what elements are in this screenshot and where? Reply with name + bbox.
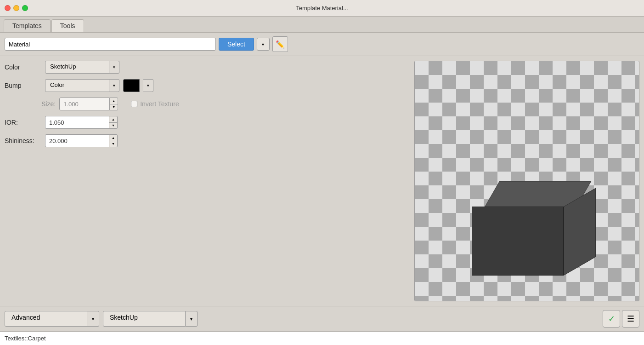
size-input[interactable] xyxy=(59,98,110,110)
list-button[interactable]: ☰ xyxy=(622,310,639,328)
ior-input[interactable] xyxy=(45,116,109,129)
shininess-input[interactable] xyxy=(45,134,109,147)
ior-input-group: ▲ ▼ xyxy=(45,116,118,129)
mode-select[interactable]: Advanced xyxy=(5,311,87,327)
invert-texture-checkbox[interactable] xyxy=(131,101,137,107)
toolbar: Select ▾ ✏️ xyxy=(0,33,644,56)
ior-stepper: ▲ ▼ xyxy=(109,116,118,129)
color-label: Color xyxy=(5,63,41,71)
color-row: Color SketchUp ▾ xyxy=(5,61,410,74)
bump-type-select[interactable]: Color xyxy=(45,79,109,92)
size-stepper: ▲ ▼ xyxy=(110,98,118,110)
bump-type-dropdown[interactable]: ▾ xyxy=(109,79,119,92)
chevron-down-icon: ▾ xyxy=(262,42,264,47)
ior-stepper-down[interactable]: ▼ xyxy=(109,123,117,129)
invert-texture-row: Invert Texture xyxy=(131,100,179,108)
bump-color-dropdown[interactable]: ▾ xyxy=(143,79,153,92)
chevron-down-icon: ▾ xyxy=(190,316,192,322)
window-title: Template Material... xyxy=(296,5,348,12)
chevron-down-icon: ▾ xyxy=(113,65,115,69)
left-panel: Color SketchUp ▾ Bump Color ▾ xyxy=(5,61,410,301)
minimize-button[interactable] xyxy=(13,5,19,11)
content-area: Color SketchUp ▾ Bump Color ▾ xyxy=(0,56,644,306)
status-text: Textiles::Carpet xyxy=(5,335,46,342)
shininess-stepper-down[interactable]: ▼ xyxy=(109,141,117,147)
eyedropper-button[interactable]: ✏️ xyxy=(272,36,288,52)
traffic-lights xyxy=(5,5,28,11)
checkmark-icon: ✓ xyxy=(608,314,615,324)
shininess-stepper-up[interactable]: ▲ xyxy=(109,135,117,141)
eyedropper-icon: ✏️ xyxy=(276,40,285,49)
shininess-row: Shininess: ▲ ▼ xyxy=(5,134,410,147)
color-select[interactable]: SketchUp xyxy=(45,61,109,74)
shininess-stepper: ▲ ▼ xyxy=(109,134,118,147)
preview-image xyxy=(414,61,639,301)
size-stepper-up[interactable]: ▲ xyxy=(110,98,118,104)
preview-panel xyxy=(414,61,639,301)
bump-label: Bump xyxy=(5,82,41,89)
mode-dropdown-button[interactable]: ▾ xyxy=(87,311,99,327)
color-dropdown-button[interactable]: ▾ xyxy=(109,61,119,74)
ior-row: IOR: ▲ ▼ xyxy=(5,116,410,129)
preview-actions: ✓ ☰ xyxy=(603,310,639,328)
select-button[interactable]: Select xyxy=(219,38,254,51)
invert-texture-label: Invert Texture xyxy=(140,100,179,108)
mode-select-group: Advanced ▾ xyxy=(5,311,99,327)
cube-front-face xyxy=(472,207,564,276)
renderer-select[interactable]: SketchUp xyxy=(103,311,186,327)
tab-tools[interactable]: Tools xyxy=(51,19,84,32)
chevron-down-icon: ▾ xyxy=(113,83,115,88)
bump-color-swatch[interactable] xyxy=(123,79,140,92)
material-input[interactable] xyxy=(5,38,216,51)
size-label: Size: xyxy=(41,100,56,108)
size-row: Size: ▲ ▼ Invert Texture xyxy=(5,98,410,110)
shininess-input-group: ▲ ▼ xyxy=(45,134,118,147)
renderer-select-group: SketchUp ▾ xyxy=(103,311,198,327)
bump-type-group: Color ▾ xyxy=(45,79,119,92)
select-dropdown-button[interactable]: ▾ xyxy=(257,38,270,51)
maximize-button[interactable] xyxy=(22,5,28,11)
tab-templates[interactable]: Templates xyxy=(4,19,51,32)
close-button[interactable] xyxy=(5,5,11,11)
bottom-bar: Advanced ▾ SketchUp ▾ ✓ ☰ xyxy=(0,306,644,331)
ior-label: IOR: xyxy=(5,119,41,126)
apply-button[interactable]: ✓ xyxy=(603,310,620,328)
ior-stepper-up[interactable]: ▲ xyxy=(109,116,117,123)
bump-row: Bump Color ▾ ▾ xyxy=(5,79,410,92)
3d-cube xyxy=(472,181,582,273)
size-input-group: ▲ ▼ xyxy=(59,98,118,110)
title-bar: Template Material... xyxy=(0,0,644,17)
tab-bar: Templates Tools xyxy=(0,17,644,33)
renderer-dropdown-button[interactable]: ▾ xyxy=(186,311,198,327)
color-select-group: SketchUp ▾ xyxy=(45,61,119,74)
main-content: Templates Tools Select ▾ ✏️ Color Sketch… xyxy=(0,17,644,345)
shininess-label: Shininess: xyxy=(5,137,41,144)
chevron-down-icon: ▾ xyxy=(92,316,94,322)
chevron-down-icon: ▾ xyxy=(147,83,149,88)
status-bar: Textiles::Carpet xyxy=(0,331,644,345)
list-icon: ☰ xyxy=(627,314,634,324)
size-stepper-down[interactable]: ▼ xyxy=(110,104,118,110)
